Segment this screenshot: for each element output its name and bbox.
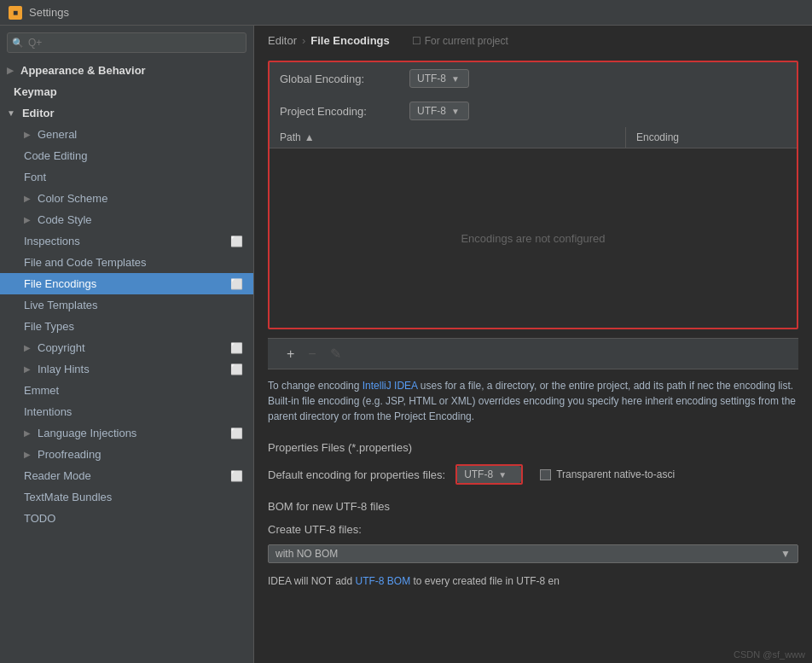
transparent-label: Transparent native-to-asci [556, 468, 675, 480]
titlebar: ■ Settings [0, 0, 812, 26]
info-text: To change encoding IntelliJ IDEA uses fo… [254, 369, 812, 433]
breadcrumb: Editor › File Encodings ☐ For current pr… [254, 26, 812, 52]
sidebar-item-copyright[interactable]: ▶ Copyright ⬜ [0, 337, 253, 358]
page-icon: ⬜ [230, 236, 243, 247]
breadcrumb-current: File Encodings [310, 34, 389, 47]
arrow-icon: ▶ [7, 66, 14, 75]
arrow-icon: ▶ [24, 450, 31, 459]
caret-icon: ▼ [451, 74, 460, 84]
sidebar-item-file-types[interactable]: File Types [0, 316, 253, 337]
transparent-checkbox[interactable] [540, 469, 551, 480]
sidebar-item-editor[interactable]: ▼ Editor [0, 102, 253, 124]
global-encoding-label: Global Encoding: [280, 73, 399, 85]
create-utf8-row: Create UTF-8 files: [254, 518, 812, 541]
breadcrumb-separator: › [302, 34, 305, 47]
transparent-checkbox-row: Transparent native-to-asci [540, 468, 675, 480]
page-icon: ⬜ [230, 427, 243, 439]
intellij-link: IntelliJ IDEA [362, 380, 418, 392]
settings-window: ■ Settings 🔍 ▶ Appearance & Behavior Key… [0, 0, 812, 663]
bottom-info: IDEA will NOT add UTF-8 BOM to every cre… [254, 567, 812, 596]
bom-title: BOM for new UTF-8 files [254, 495, 812, 518]
sidebar-item-live-templates[interactable]: Live Templates [0, 294, 253, 316]
project-encoding-select[interactable]: UTF-8 ▼ [409, 102, 469, 120]
sidebar-item-inspections[interactable]: Inspections ⬜ [0, 230, 253, 252]
page-icon: ⬜ [230, 342, 243, 354]
sidebar-item-todo[interactable]: TODO [0, 508, 253, 529]
sidebar-item-intentions[interactable]: Intentions [0, 401, 253, 422]
properties-encoding-select[interactable]: UTF-8 ▼ [457, 466, 521, 483]
table-body: Encodings are not configured [270, 148, 797, 328]
arrow-icon: ▶ [24, 194, 31, 203]
page-icon: ⬜ [230, 363, 243, 375]
sidebar-item-color-scheme[interactable]: ▶ Color Scheme [0, 188, 253, 209]
global-encoding-select[interactable]: UTF-8 ▼ [409, 69, 469, 88]
remove-button[interactable]: − [303, 345, 321, 363]
default-encoding-row: Default encoding for properties files: U… [254, 459, 812, 490]
project-encoding-label: Project Encoding: [280, 105, 399, 118]
arrow-icon: ▶ [24, 343, 31, 352]
search-icon: 🔍 [12, 38, 24, 49]
main-content: 🔍 ▶ Appearance & Behavior Keymap ▼ Edito… [0, 26, 812, 663]
sidebar-item-file-code-templates[interactable]: File and Code Templates [0, 252, 253, 273]
main-panel: Editor › File Encodings ☐ For current pr… [254, 26, 812, 663]
sidebar-item-reader-mode[interactable]: Reader Mode ⬜ [0, 465, 253, 486]
arrow-icon: ▶ [24, 130, 31, 139]
sidebar-item-keymap[interactable]: Keymap [0, 81, 253, 102]
arrow-icon: ▶ [24, 215, 31, 224]
caret-icon: ▼ [498, 470, 507, 480]
caret-icon: ▼ [451, 107, 460, 116]
sidebar-item-file-encodings[interactable]: File Encodings ⬜ [0, 273, 253, 294]
sidebar-item-emmet[interactable]: Emmet [0, 380, 253, 401]
search-box[interactable]: 🔍 [7, 32, 246, 53]
sidebar-item-proofreading[interactable]: ▶ Proofreading [0, 444, 253, 465]
create-utf8-label: Create UTF-8 files: [268, 523, 362, 536]
window-title: Settings [29, 6, 69, 19]
sidebar-item-font[interactable]: Font [0, 166, 253, 188]
bom-select[interactable]: with NO BOM ▼ [268, 544, 798, 563]
properties-encoding-select-box: UTF-8 ▼ [455, 464, 523, 485]
edit-button[interactable]: ✎ [325, 344, 346, 363]
project-encoding-row: Project Encoding: UTF-8 ▼ [270, 95, 797, 127]
sort-asc-icon: ▲ [304, 131, 315, 143]
empty-message: Encodings are not configured [461, 232, 605, 245]
arrow-open-icon: ▼ [7, 108, 15, 118]
properties-section-title: Properties Files (*.properties) [254, 433, 812, 459]
search-input[interactable] [7, 32, 246, 53]
app-icon: ■ [9, 6, 22, 20]
sidebar-item-inlay-hints[interactable]: ▶ Inlay Hints ⬜ [0, 358, 253, 380]
table-header-row: Path ▲ Encoding [270, 127, 797, 148]
sidebar-item-textmate-bundles[interactable]: TextMate Bundles [0, 486, 253, 508]
action-bar: + − ✎ [268, 338, 798, 369]
sidebar: 🔍 ▶ Appearance & Behavior Keymap ▼ Edito… [0, 26, 254, 663]
sidebar-item-general[interactable]: ▶ General [0, 124, 253, 145]
page-icon-active: ⬜ [230, 278, 243, 290]
utf8-bom-link: UTF-8 BOM [355, 575, 410, 587]
breadcrumb-parent: Editor [268, 34, 297, 47]
arrow-icon: ▶ [24, 428, 31, 438]
sidebar-item-code-style[interactable]: ▶ Code Style [0, 209, 253, 230]
encoding-box: Global Encoding: UTF-8 ▼ Project Encodin… [268, 61, 798, 329]
path-column-header[interactable]: Path ▲ [270, 127, 626, 148]
global-encoding-row: Global Encoding: UTF-8 ▼ [270, 62, 797, 95]
default-encoding-label: Default encoding for properties files: [268, 468, 445, 481]
encoding-column-header: Encoding [626, 127, 797, 148]
panel-body: Global Encoding: UTF-8 ▼ Project Encodin… [254, 52, 812, 663]
sidebar-item-appearance[interactable]: ▶ Appearance & Behavior [0, 60, 253, 81]
add-button[interactable]: + [281, 345, 299, 363]
for-project-label: ☐ For current project [412, 35, 508, 47]
arrow-icon: ▶ [24, 364, 31, 374]
sidebar-item-code-editing[interactable]: Code Editing [0, 145, 253, 166]
monitor-icon: ☐ [412, 35, 421, 47]
page-icon: ⬜ [230, 470, 243, 482]
sidebar-item-language-injections[interactable]: ▶ Language Injections ⬜ [0, 422, 253, 444]
caret-icon: ▼ [780, 548, 791, 560]
